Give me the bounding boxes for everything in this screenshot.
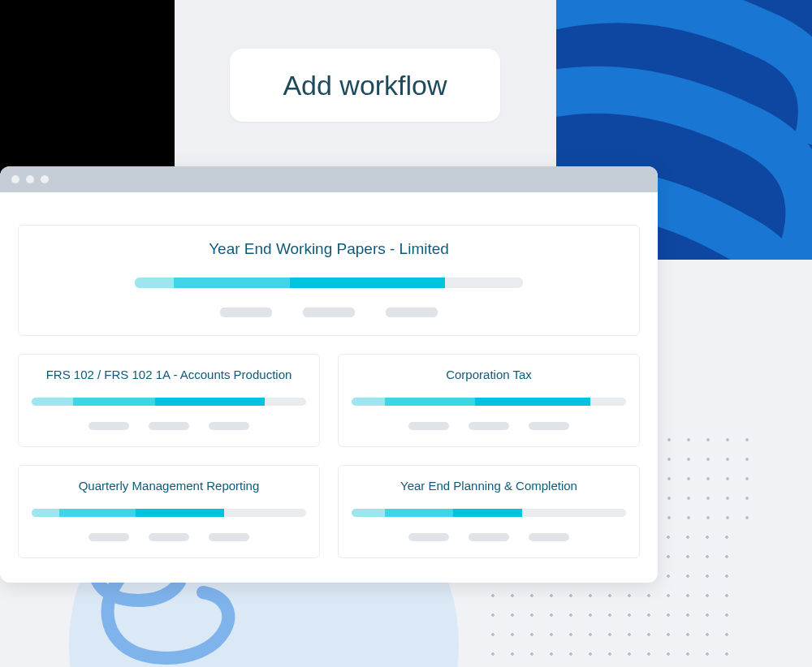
workflow-card-title: Year End Working Papers - Limited bbox=[35, 240, 623, 258]
workflow-card-title: FRS 102 / FRS 102 1A - Accounts Producti… bbox=[32, 368, 306, 381]
progress-bar bbox=[352, 398, 626, 406]
workflow-card[interactable]: Quarterly Management Reporting bbox=[18, 465, 320, 558]
progress-bar bbox=[32, 398, 306, 406]
progress-bar bbox=[352, 509, 626, 517]
decorative-dots bbox=[659, 430, 765, 536]
workflow-card-title: Year End Planning & Completion bbox=[352, 479, 626, 493]
progress-bar bbox=[32, 509, 306, 517]
add-workflow-label: Add workflow bbox=[283, 70, 447, 101]
browser-titlebar bbox=[0, 166, 658, 192]
browser-content: Year End Working Papers - Limited FRS 10… bbox=[0, 192, 658, 583]
progress-bar bbox=[135, 278, 523, 288]
workflow-card-main[interactable]: Year End Working Papers - Limited bbox=[18, 225, 640, 336]
card-placeholders bbox=[352, 422, 626, 430]
workflow-card[interactable]: Corporation Tax bbox=[338, 354, 640, 447]
workflow-card-title: Corporation Tax bbox=[352, 368, 626, 381]
add-workflow-button[interactable]: Add workflow bbox=[230, 49, 500, 122]
card-placeholders bbox=[32, 422, 306, 430]
card-placeholders bbox=[32, 533, 306, 541]
card-placeholders bbox=[352, 533, 626, 541]
window-dot-icon bbox=[11, 175, 19, 183]
workflow-card-title: Quarterly Management Reporting bbox=[32, 479, 306, 493]
card-placeholders bbox=[35, 308, 623, 317]
browser-window: Year End Working Papers - Limited FRS 10… bbox=[0, 166, 658, 583]
workflow-card[interactable]: Year End Planning & Completion bbox=[338, 465, 640, 558]
window-dot-icon bbox=[26, 175, 34, 183]
workflow-card[interactable]: FRS 102 / FRS 102 1A - Accounts Producti… bbox=[18, 354, 320, 447]
window-dot-icon bbox=[41, 175, 49, 183]
